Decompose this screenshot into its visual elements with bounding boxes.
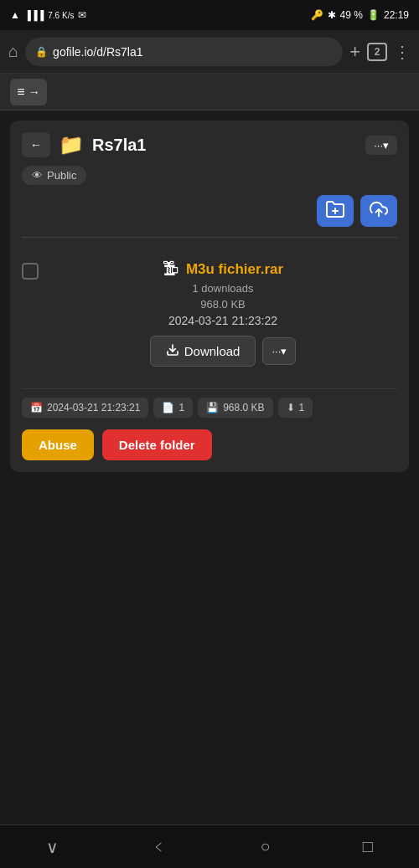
stat-downloads-badge: ⬇ 1 — [278, 398, 313, 418]
nav-recents-button[interactable]: □ — [346, 830, 390, 863]
main-content: ← 📁 Rs7la1 ···▾ 👁 Public — [0, 110, 419, 824]
file-name: M3u fichier.rar — [186, 261, 283, 278]
back-button[interactable]: ← — [22, 132, 50, 157]
new-folder-button[interactable] — [317, 195, 354, 227]
folder-more-button[interactable]: ···▾ — [365, 136, 397, 155]
stat-files-value: 1 — [178, 402, 184, 413]
file-type-icon: 🗜 — [163, 259, 179, 279]
back-arrow-icon: ← — [30, 138, 42, 152]
speed-label: 7.6 K/s — [48, 11, 74, 20]
folder-header: ← 📁 Rs7la1 ···▾ — [22, 132, 397, 157]
status-bar: ▲ ▐▐▐ 7.6 K/s ✉ 🔑 ✱ 49 % 🔋 22:19 — [0, 0, 419, 30]
add-tab-button[interactable]: + — [349, 41, 360, 63]
message-icon: ✉ — [78, 9, 86, 21]
file-actions: Download ···▾ — [150, 336, 297, 367]
file-date: 2024-03-21 21:23:22 — [168, 314, 277, 327]
calendar-icon: 📅 — [30, 402, 43, 413]
folder-name: Rs7la1 — [92, 136, 357, 155]
nav-down-button[interactable]: ∨ — [29, 830, 75, 864]
home-button[interactable]: ⌂ — [8, 42, 18, 61]
top-nav-bar: ≡ → — [0, 74, 419, 110]
storage-icon: 💾 — [206, 402, 219, 413]
action-buttons — [22, 195, 397, 227]
folder-icon: 📁 — [59, 133, 84, 157]
stat-size-value: 968.0 KB — [223, 402, 264, 413]
file-checkbox[interactable] — [22, 263, 39, 280]
download-icon — [166, 343, 179, 359]
tab-count[interactable]: 2 — [367, 43, 387, 61]
time-label: 22:19 — [384, 9, 409, 21]
status-right: 🔑 ✱ 49 % 🔋 22:19 — [311, 9, 409, 21]
file-details: 🗜 M3u fichier.rar 1 downloads 968.0 KB 2… — [49, 259, 397, 367]
abuse-button[interactable]: Abuse — [22, 429, 94, 460]
delete-folder-button[interactable]: Delete folder — [102, 429, 212, 460]
secure-icon: 🔒 — [35, 46, 48, 58]
new-folder-icon — [325, 199, 345, 223]
status-left: ▲ ▐▐▐ 7.6 K/s ✉ — [10, 9, 86, 21]
downloads-count-icon: ⬇ — [287, 402, 295, 413]
file-item-top: 🗜 M3u fichier.rar 1 downloads 968.0 KB 2… — [22, 259, 397, 367]
file-size: 968.0 KB — [200, 298, 246, 311]
stat-files-badge: 📄 1 — [153, 398, 193, 418]
nav-menu-button[interactable]: ≡ → — [10, 79, 47, 105]
url-bar[interactable]: 🔒 gofile.io/d/Rs7la1 — [25, 38, 343, 66]
file-more-dots-icon: ···▾ — [272, 345, 287, 357]
signal-icon: ▐▐▐ — [24, 10, 44, 20]
upload-icon — [370, 200, 388, 223]
admin-buttons: Abuse Delete folder — [22, 429, 397, 460]
file-more-button[interactable]: ···▾ — [262, 337, 296, 365]
file-downloads: 1 downloads — [193, 282, 254, 295]
more-dots-icon: ···▾ — [374, 139, 389, 152]
wifi-icon: ▲ — [10, 9, 20, 21]
battery-icon: 🔋 — [367, 9, 380, 21]
battery-label: 49 % — [340, 9, 363, 21]
folder-card: ← 📁 Rs7la1 ···▾ 👁 Public — [10, 121, 409, 472]
bottom-nav: ∨ ﹤ ○ □ — [0, 824, 419, 868]
browser-menu-button[interactable]: ⋮ — [394, 42, 411, 62]
stat-downloads-value: 1 — [299, 402, 305, 413]
key-icon: 🔑 — [311, 9, 323, 21]
stat-size-badge: 💾 968.0 KB — [198, 398, 272, 418]
footer-stats: 📅 2024-03-21 21:23:21 📄 1 💾 968.0 KB ⬇ 1 — [22, 388, 397, 418]
visibility-label: Public — [47, 169, 76, 182]
stat-date-badge: 📅 2024-03-21 21:23:21 — [22, 398, 148, 418]
bluetooth-icon: ✱ — [328, 9, 336, 21]
file-name-row: 🗜 M3u fichier.rar — [163, 259, 283, 279]
eye-icon: 👁 — [32, 169, 43, 182]
divider — [22, 237, 397, 238]
file-item: 🗜 M3u fichier.rar 1 downloads 968.0 KB 2… — [22, 251, 397, 375]
upload-button[interactable] — [360, 195, 397, 227]
download-button[interactable]: Download — [150, 336, 256, 367]
browser-bar: ⌂ 🔒 gofile.io/d/Rs7la1 + 2 ⋮ — [0, 30, 419, 74]
nav-back-button[interactable]: ﹤ — [134, 829, 184, 865]
url-text: gofile.io/d/Rs7la1 — [53, 45, 333, 59]
arrow-right-icon: → — [28, 85, 40, 99]
download-label: Download — [184, 344, 241, 358]
hamburger-icon: ≡ — [17, 85, 24, 100]
file-count-icon: 📄 — [162, 402, 174, 413]
nav-home-button[interactable]: ○ — [244, 830, 287, 863]
stat-date-value: 2024-03-21 21:23:21 — [47, 402, 140, 413]
visibility-badge: 👁 Public — [22, 166, 86, 185]
